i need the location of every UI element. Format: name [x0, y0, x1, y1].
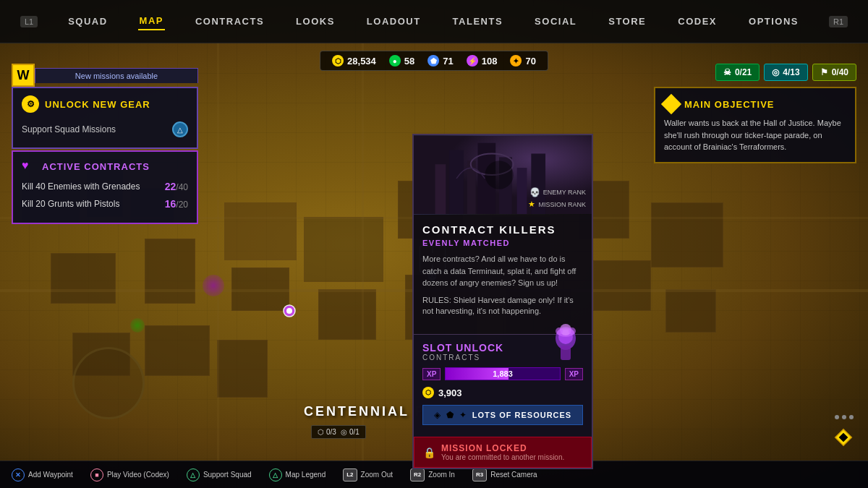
triangle-button-1[interactable]: △ [187, 468, 200, 481]
gear-icon: ⚙ [22, 95, 39, 113]
main-objective-title: MAIN OBJECTIVE [684, 99, 775, 110]
nav-item-loadout[interactable]: LOADOUT [365, 13, 422, 30]
x-button[interactable]: ✕ [12, 468, 25, 481]
action-zoom-in: R2 Zoom In [410, 468, 455, 481]
main-objective-box: MAIN OBJECTIVE Waller wants us back at t… [654, 87, 856, 163]
right-panel: ☠ 0/21 ◎ 4/13 ⚑ 0/40 MAIN OBJECTIVE Wall… [654, 64, 856, 163]
notification-bar: New missions available [35, 68, 198, 83]
corner-diamond-decoration [832, 426, 855, 452]
r2-button[interactable]: R2 [410, 468, 425, 481]
collectibles-icon: ⚑ [820, 67, 828, 77]
contract-text-1: Kill 40 Enemies with Grenades [22, 181, 140, 192]
top-navigation: L1 SQUAD MAP CONTRACTS LOOKS LOADOUT TAL… [0, 0, 868, 43]
gold-icon: ⬡ [332, 55, 344, 67]
enemy-rank-label: ENEMY RANK [543, 189, 586, 196]
unlock-header: ⚙ UNLOCK NEW GEAR [22, 95, 188, 113]
enemy-rank-badge: 💀 ENEMY RANK [529, 187, 586, 197]
objectives-value: 4/13 [783, 67, 799, 77]
resource-icon-3: ✦ [459, 410, 467, 420]
nav-item-options[interactable]: OPTIONS [747, 13, 800, 30]
gold-reward: ⬡ 3,903 [422, 385, 583, 401]
card-rules: RULES: Shield Harvest damage only! If it… [422, 295, 583, 317]
nav-item-map[interactable]: MAP [138, 12, 165, 30]
rb-button[interactable]: R1 [829, 16, 848, 27]
mission-rank-label: MISSION RANK [538, 201, 586, 208]
mission-rank-badge: ★ MISSION RANK [528, 200, 586, 209]
card-title: CONTRACT KILLERS [422, 223, 583, 236]
green-currency: ● 58 [389, 55, 414, 67]
region-stats: ⬡ 0/3 ◎ 0/1 [311, 425, 366, 439]
nav-item-social[interactable]: SOCIAL [533, 13, 578, 30]
region-stat-icon-2: ◎ [341, 428, 347, 436]
green-icon: ● [389, 55, 401, 67]
contract-text-2: Kill 20 Grunts with Pistols [22, 199, 119, 209]
mission-locked-title: MISSION LOCKED [441, 443, 564, 453]
support-squad-button[interactable]: △ [172, 121, 188, 137]
nav-item-looks[interactable]: LOOKS [294, 13, 336, 30]
nav-item-codex[interactable]: CODEX [676, 13, 718, 30]
resource-icon-2: ⬟ [446, 410, 454, 420]
blue-value: 71 [443, 56, 453, 67]
slot-unlock-section: SLOT UNLOCK CONTRACTS XP 1,883 XP ⬡ 3,90… [414, 334, 592, 437]
action-reset-camera: R3 Reset Camera [472, 468, 537, 481]
nav-item-talents[interactable]: TALENTS [451, 13, 504, 30]
lb-button[interactable]: L1 [20, 16, 38, 27]
action-legend: △ Map Legend [269, 468, 326, 481]
svg-rect-6 [517, 168, 527, 214]
region-stat-value-1: 0/3 [326, 428, 336, 436]
contract-progress-2: 16/20 [165, 198, 188, 210]
region-stat-1: ⬡ 0/3 [318, 428, 336, 436]
blue-icon: ⬟ [427, 55, 439, 67]
svg-point-9 [485, 160, 513, 189]
region-stat-icon-1: ⬡ [318, 428, 324, 436]
rank-badges: 💀 ENEMY RANK ★ MISSION RANK [528, 187, 586, 209]
dot-1 [835, 415, 839, 419]
progress-current-1: 22 [165, 181, 176, 192]
stat-badge-objectives: ◎ 4/13 [764, 64, 807, 81]
stat-badge-kills: ☠ 0/21 [715, 64, 760, 81]
contract-row-2: Kill 20 Grunts with Pistols 16/20 [22, 198, 188, 210]
svg-point-25 [286, 308, 292, 314]
region-stat-value-2: 0/1 [349, 428, 359, 436]
active-contracts-title: ACTIVE CONTRACTS [42, 161, 150, 172]
xp-bar: 1,883 [445, 367, 560, 380]
triangle-button-2[interactable]: △ [269, 468, 282, 481]
progress-max-1: /40 [176, 182, 188, 192]
nav-item-store[interactable]: STORE [607, 13, 647, 30]
stat-badge-collectibles: ⚑ 0/40 [812, 64, 856, 81]
dot-3 [849, 415, 854, 419]
region-stat-2: ◎ 0/1 [341, 428, 359, 436]
xp-bar-container: XP 1,883 XP [422, 367, 583, 380]
action-reset-label: Reset Camera [490, 471, 537, 479]
contract-progress-1: 22/40 [165, 181, 188, 192]
action-zoom-out-label: Zoom Out [361, 471, 393, 479]
card-subtitle: EVENLY MATCHED [422, 239, 583, 247]
svg-point-16 [569, 328, 576, 335]
heart-icon: ♥ [22, 159, 36, 174]
square-button[interactable]: ■ [90, 468, 103, 481]
yellow-icon: ✦ [510, 55, 522, 67]
xp-label-left: XP [422, 368, 441, 380]
contract-card: 💀 ENEMY RANK ★ MISSION RANK CONTRACT KIL… [412, 134, 593, 469]
nav-item-contracts[interactable]: CONTRACTS [194, 13, 265, 30]
kills-icon: ☠ [723, 67, 731, 77]
kills-value: 0/21 [735, 67, 752, 77]
action-support: △ Support Squad [187, 468, 252, 481]
gold-currency: ⬡ 28,534 [332, 55, 376, 67]
active-contracts-header: ♥ ACTIVE CONTRACTS [22, 159, 188, 174]
card-description: More contracts? And all we have to do is… [422, 253, 583, 289]
left-panel: W New missions available ⚙ UNLOCK NEW GE… [12, 64, 198, 224]
contract-row-1: Kill 40 Enemies with Grenades 22/40 [22, 181, 188, 192]
r3-button[interactable]: R3 [472, 468, 487, 481]
action-zoom-out: L2 Zoom Out [343, 468, 393, 481]
nav-item-squad[interactable]: SQUAD [67, 13, 109, 30]
xp-value: 1,883 [446, 368, 559, 380]
mission-locked-content: MISSION LOCKED You are committed to anot… [441, 443, 564, 461]
l2-button[interactable]: L2 [343, 468, 357, 481]
yellow-value: 70 [525, 56, 535, 67]
unlock-gear-section[interactable]: ⚙ UNLOCK NEW GEAR Support Squad Missions… [12, 87, 198, 149]
support-squad-label: Support Squad Missions [22, 124, 116, 134]
action-video: ■ Play Video (Codex) [90, 468, 169, 481]
action-video-label: Play Video (Codex) [107, 471, 169, 479]
card-body: CONTRACT KILLERS EVENLY MATCHED More con… [414, 215, 592, 334]
